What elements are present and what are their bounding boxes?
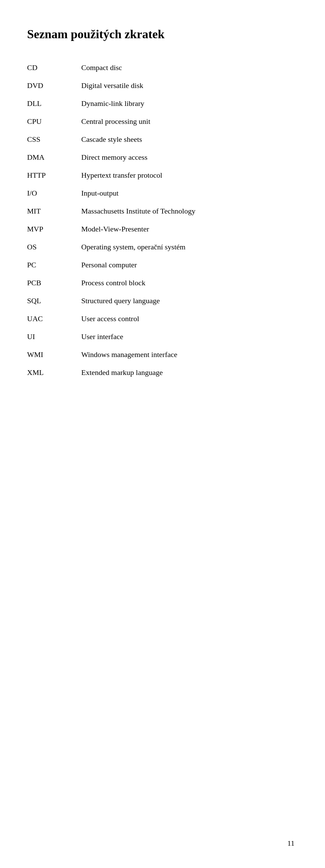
abbreviation-term: PCB: [27, 274, 81, 292]
table-row: UACUser access control: [27, 310, 295, 328]
table-row: CPUCentral processing unit: [27, 112, 295, 130]
table-row: WMIWindows management interface: [27, 346, 295, 363]
table-row: I/OInput-output: [27, 184, 295, 202]
abbreviation-term: WMI: [27, 346, 81, 363]
table-row: UIUser interface: [27, 328, 295, 346]
page-container: Seznam použitých zkratek CDCompact discD…: [0, 0, 325, 408]
abbreviation-term: DMA: [27, 148, 81, 166]
table-row: XMLExtended markup language: [27, 363, 295, 381]
abbreviation-definition: Compact disc: [81, 59, 295, 76]
abbreviation-term: PC: [27, 256, 81, 274]
abbreviation-term: DLL: [27, 94, 81, 112]
abbreviation-term: UI: [27, 328, 81, 346]
abbreviation-definition: Digital versatile disk: [81, 76, 295, 94]
abbreviation-term: MVP: [27, 220, 81, 238]
abbreviation-definition: Personal computer: [81, 256, 295, 274]
abbreviation-term: CSS: [27, 130, 81, 148]
abbreviation-definition: Dynamic-link library: [81, 94, 295, 112]
abbreviation-definition: Windows management interface: [81, 346, 295, 363]
table-row: PCPersonal computer: [27, 256, 295, 274]
table-row: HTTPHypertext transfer protocol: [27, 166, 295, 184]
table-row: MVPModel-View-Presenter: [27, 220, 295, 238]
abbreviation-term: OS: [27, 238, 81, 256]
abbreviation-definition: User access control: [81, 310, 295, 328]
table-row: PCBProcess control block: [27, 274, 295, 292]
abbreviation-definition: Central processing unit: [81, 112, 295, 130]
abbreviation-table: CDCompact discDVDDigital versatile diskD…: [27, 59, 295, 381]
abbreviation-term: UAC: [27, 310, 81, 328]
table-row: MITMassachusetts Institute of Technology: [27, 202, 295, 220]
abbreviation-definition: User interface: [81, 328, 295, 346]
abbreviation-term: SQL: [27, 292, 81, 310]
abbreviation-definition: Operating system, operační systém: [81, 238, 295, 256]
page-number: 11: [287, 839, 295, 848]
table-row: DMADirect memory access: [27, 148, 295, 166]
abbreviation-term: DVD: [27, 76, 81, 94]
abbreviation-term: CD: [27, 59, 81, 76]
abbreviation-term: CPU: [27, 112, 81, 130]
table-row: OSOperating system, operační systém: [27, 238, 295, 256]
abbreviation-definition: Structured query language: [81, 292, 295, 310]
abbreviation-definition: Hypertext transfer protocol: [81, 166, 295, 184]
page-title: Seznam použitých zkratek: [27, 27, 295, 42]
abbreviation-definition: Model-View-Presenter: [81, 220, 295, 238]
abbreviation-term: MIT: [27, 202, 81, 220]
abbreviation-definition: Input-output: [81, 184, 295, 202]
table-row: DLLDynamic-link library: [27, 94, 295, 112]
abbreviation-definition: Extended markup language: [81, 363, 295, 381]
abbreviation-term: XML: [27, 363, 81, 381]
abbreviation-definition: Cascade style sheets: [81, 130, 295, 148]
abbreviation-definition: Direct memory access: [81, 148, 295, 166]
table-row: CDCompact disc: [27, 59, 295, 76]
abbreviation-term: I/O: [27, 184, 81, 202]
abbreviation-term: HTTP: [27, 166, 81, 184]
table-row: SQLStructured query language: [27, 292, 295, 310]
table-row: CSSCascade style sheets: [27, 130, 295, 148]
abbreviation-definition: Massachusetts Institute of Technology: [81, 202, 295, 220]
table-row: DVDDigital versatile disk: [27, 76, 295, 94]
abbreviation-definition: Process control block: [81, 274, 295, 292]
